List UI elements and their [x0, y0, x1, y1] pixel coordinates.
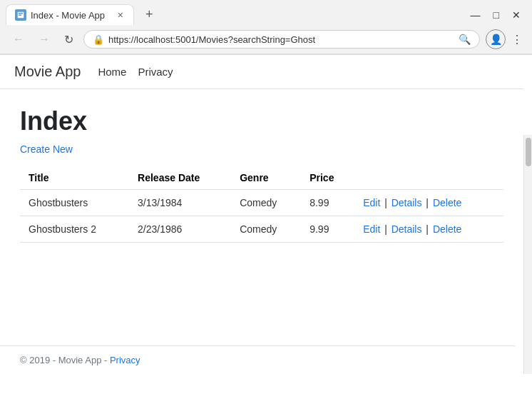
- back-button[interactable]: ←: [9, 30, 29, 49]
- url-text: https://localhost:5001/Movies?searchStri…: [108, 34, 454, 45]
- table-row: Ghostbusters 2 2/23/1986 Comedy 9.99 Edi…: [20, 216, 503, 243]
- svg-rect-2: [19, 15, 21, 16]
- new-tab-button[interactable]: +: [140, 4, 159, 25]
- create-new-link[interactable]: Create New: [20, 143, 73, 155]
- separator: |: [423, 197, 431, 208]
- forward-button[interactable]: →: [34, 30, 54, 49]
- minimize-button[interactable]: —: [465, 7, 486, 23]
- col-genre: Genre: [231, 166, 301, 190]
- footer-text: © 2019 - Movie App -: [20, 355, 110, 365]
- address-bar: ← → ↻ 🔒 https://localhost:5001/Movies?se…: [0, 25, 532, 54]
- restore-button[interactable]: □: [488, 7, 505, 23]
- close-button[interactable]: ✕: [506, 7, 526, 23]
- tab-icon: [15, 9, 26, 21]
- cell-title: Ghostbusters: [20, 190, 129, 216]
- col-release-date: Release Date: [129, 166, 231, 190]
- svg-rect-1: [19, 13, 23, 14]
- delete-link[interactable]: Delete: [433, 197, 461, 208]
- col-title: Title: [20, 166, 129, 190]
- browser-tab[interactable]: Index - Movie App ×: [6, 4, 134, 25]
- cell-genre: Comedy: [231, 190, 301, 216]
- details-link[interactable]: Details: [392, 197, 422, 208]
- profile-button[interactable]: 👤: [486, 29, 506, 49]
- cell-price: 9.99: [301, 216, 354, 243]
- col-price: Price: [301, 166, 354, 190]
- separator: |: [382, 197, 389, 208]
- site-brand: Movie App: [14, 64, 81, 80]
- cell-release-date: 3/13/1984: [129, 190, 231, 216]
- profile-icon: 👤: [490, 34, 502, 45]
- footer-privacy-link[interactable]: Privacy: [110, 355, 140, 365]
- table-body: Ghostbusters 3/13/1984 Comedy 8.99 Edit …: [20, 190, 503, 243]
- edit-link[interactable]: Edit: [363, 197, 380, 208]
- edit-link[interactable]: Edit: [363, 223, 380, 235]
- scrollbar[interactable]: [523, 135, 532, 374]
- separator: |: [423, 223, 431, 235]
- window-controls: — □ ✕: [465, 7, 526, 23]
- nav-privacy[interactable]: Privacy: [138, 66, 173, 78]
- site-nav: Movie App Home Privacy: [0, 55, 523, 89]
- nav-links: Home Privacy: [98, 66, 173, 78]
- cell-actions: Edit | Details | Delete: [354, 190, 503, 216]
- cell-release-date: 2/23/1986: [129, 216, 231, 243]
- page-title: Index: [20, 106, 503, 136]
- details-link[interactable]: Details: [392, 223, 422, 235]
- browser-menu-button[interactable]: ⋮: [511, 33, 523, 46]
- search-url-button[interactable]: 🔍: [459, 34, 471, 45]
- tab-title: Index - Movie App: [31, 10, 112, 21]
- cell-title: Ghostbusters 2: [20, 216, 129, 243]
- scrollbar-thumb[interactable]: [526, 138, 531, 166]
- cell-actions: Edit | Details | Delete: [354, 216, 503, 243]
- delete-link[interactable]: Delete: [433, 223, 461, 235]
- header-row: Title Release Date Genre Price: [20, 166, 503, 190]
- url-bar[interactable]: 🔒 https://localhost:5001/Movies?searchSt…: [83, 30, 480, 49]
- page-content: Movie App Home Privacy Index Create New …: [0, 55, 523, 374]
- cell-price: 8.99: [301, 190, 354, 216]
- cell-genre: Comedy: [231, 216, 301, 243]
- movies-table: Title Release Date Genre Price Ghostbust…: [20, 166, 503, 243]
- table-row: Ghostbusters 3/13/1984 Comedy 8.99 Edit …: [20, 190, 503, 216]
- refresh-button[interactable]: ↻: [60, 30, 78, 49]
- separator: |: [382, 223, 389, 235]
- table-header: Title Release Date Genre Price: [20, 166, 503, 190]
- footer: © 2019 - Movie App - Privacy: [0, 345, 515, 374]
- lock-icon: 🔒: [93, 34, 104, 45]
- nav-home[interactable]: Home: [98, 66, 126, 78]
- tab-close-button[interactable]: ×: [116, 9, 125, 21]
- main-content: Index Create New Title Release Date Genr…: [0, 89, 523, 260]
- col-actions: [354, 166, 503, 190]
